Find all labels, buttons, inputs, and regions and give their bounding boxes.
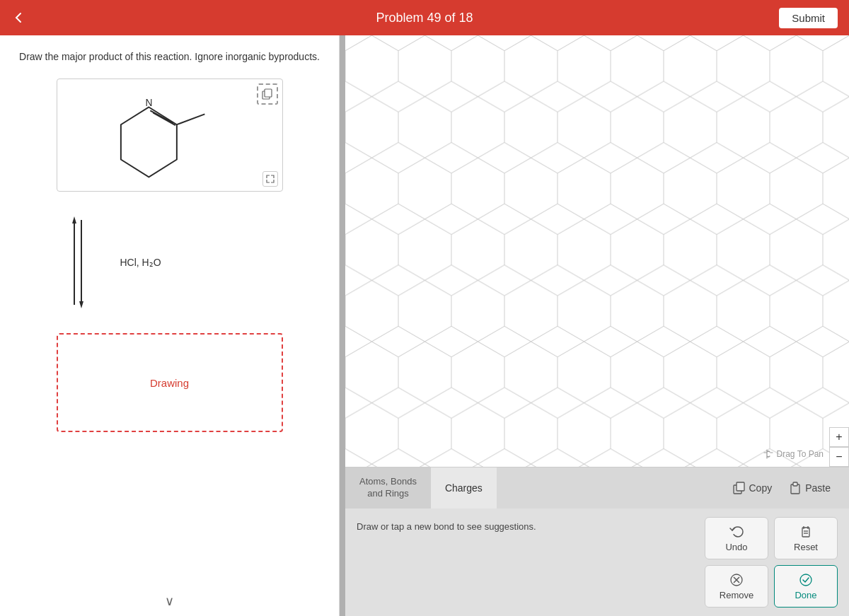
copy-label: Copy <box>749 482 773 494</box>
panel-divider[interactable] <box>340 35 345 616</box>
arrow-area: HCl, H₂O <box>57 206 283 319</box>
action-buttons: Undo Reset <box>705 517 838 608</box>
drawing-label: Drawing <box>150 377 189 389</box>
action-hint: Draw or tap a new bond to see suggestion… <box>357 517 696 532</box>
left-panel: Draw the major product of this reaction.… <box>0 35 340 616</box>
svg-rect-14 <box>737 482 744 491</box>
main-layout: Draw the major product of this reaction.… <box>0 35 849 616</box>
undo-button[interactable]: Undo <box>705 517 768 559</box>
chevron-down-icon[interactable]: ∨ <box>165 593 174 609</box>
problem-text: Draw the major product of this reaction.… <box>19 50 320 64</box>
remove-button[interactable]: Remove <box>705 565 768 608</box>
svg-text:N: N <box>145 97 152 108</box>
molecule-expand-icon[interactable] <box>262 171 278 187</box>
svg-point-25 <box>800 574 812 586</box>
submit-button[interactable]: Submit <box>779 8 838 28</box>
problem-title: Problem 49 of 18 <box>376 11 473 25</box>
zoom-out-button[interactable]: − <box>829 447 849 467</box>
done-button[interactable]: Done <box>774 565 838 608</box>
tab-atoms-bonds-rings[interactable]: Atoms, Bonds and Rings <box>345 467 431 509</box>
paste-label: Paste <box>805 482 831 494</box>
reset-label: Reset <box>794 542 818 552</box>
reaction-arrow-svg <box>57 206 99 319</box>
action-panel: Draw or tap a new bond to see suggestion… <box>345 509 849 616</box>
hex-grid-svg <box>345 35 849 467</box>
hex-grid-area[interactable]: Drag To Pan + − <box>345 35 849 467</box>
back-button[interactable] <box>11 11 25 25</box>
remove-label: Remove <box>720 590 753 600</box>
reagents-text: HCl, H₂O <box>120 257 161 268</box>
bottom-toolbar: Atoms, Bonds and Rings Charges Copy <box>345 467 849 509</box>
tab-area: Atoms, Bonds and Rings Charges <box>345 467 497 509</box>
reset-button[interactable]: Reset <box>774 517 838 559</box>
undo-label: Undo <box>725 542 747 552</box>
svg-rect-1 <box>265 89 272 97</box>
molecule-svg: N <box>57 79 282 191</box>
svg-rect-12 <box>345 35 849 467</box>
done-label: Done <box>795 590 816 600</box>
paste-button[interactable]: Paste <box>782 477 838 499</box>
svg-marker-2 <box>120 107 176 178</box>
right-panel: Drag To Pan + − Atoms, Bonds and Rings C… <box>345 35 849 616</box>
zoom-controls: + − <box>829 427 849 467</box>
svg-marker-9 <box>72 216 76 223</box>
molecule-box: N <box>57 79 283 192</box>
svg-rect-16 <box>793 482 797 486</box>
copy-button[interactable]: Copy <box>726 477 780 499</box>
zoom-in-button[interactable]: + <box>829 427 849 447</box>
svg-line-5 <box>176 114 204 124</box>
svg-marker-10 <box>79 301 83 308</box>
svg-line-6 <box>153 112 175 125</box>
molecule-copy-icon[interactable] <box>257 83 278 105</box>
drawing-box[interactable]: Drawing <box>57 333 283 432</box>
header: Problem 49 of 18 Submit <box>0 0 849 35</box>
drag-to-pan-label: Drag To Pan <box>763 448 824 460</box>
copy-paste-area: Copy Paste <box>715 467 850 509</box>
tab-charges[interactable]: Charges <box>431 467 497 509</box>
